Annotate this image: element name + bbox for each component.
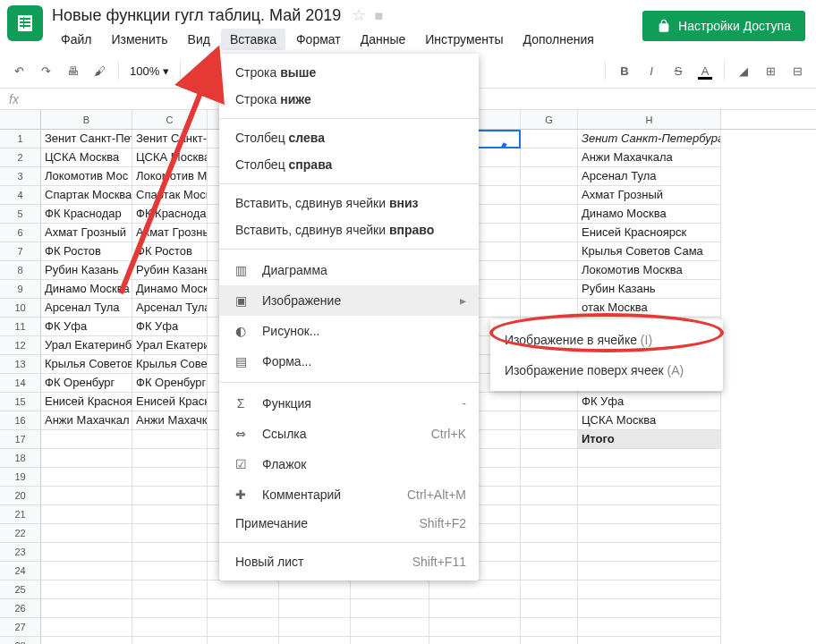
menu-file[interactable]: Файл [52,29,100,50]
redo-button[interactable]: ↷ [34,59,57,82]
print-button[interactable]: 🖶 [61,59,84,82]
cell[interactable] [429,580,521,599]
dd-col-right[interactable]: Столбец справа [219,151,479,178]
cell[interactable] [41,449,132,468]
cell[interactable]: Енисей Красноя [41,393,132,411]
cell[interactable]: Динамо Москва [578,205,721,224]
cell[interactable] [521,468,578,487]
cell[interactable] [41,505,132,524]
cell[interactable]: Урал Екатеринбу [41,336,132,355]
cell[interactable]: ФК Уфа [41,318,132,336]
cell[interactable] [521,430,578,449]
cell[interactable]: Рубин Казань [132,261,208,280]
cell[interactable] [521,543,578,562]
cell[interactable] [578,618,721,637]
cell[interactable]: Рубин Казань [578,280,721,299]
dd-chart[interactable]: ▥Диаграмма [219,255,479,285]
cell[interactable] [521,618,578,637]
cell[interactable] [41,468,132,487]
cell[interactable] [521,393,578,411]
cell[interactable] [279,618,351,637]
cell[interactable] [132,505,208,524]
cell[interactable] [578,543,721,562]
dd-comment[interactable]: ✚КомментарийCtrl+Alt+M [219,479,479,510]
row-header[interactable]: 3 [0,167,41,186]
dd-drawing[interactable]: ◐Рисунок... [219,316,479,346]
row-header[interactable]: 12 [0,336,41,355]
cell[interactable] [351,599,429,618]
row-header[interactable]: 27 [0,618,41,637]
cell[interactable] [41,618,132,637]
row-header[interactable]: 14 [0,374,41,393]
cell[interactable] [351,637,429,644]
cell[interactable]: Динамо Моск [132,280,208,299]
fill-color-button[interactable]: ◢ [732,59,755,82]
cell[interactable]: отак Москва [578,299,721,318]
cell[interactable]: Анжи Махачкал [41,411,132,430]
cell[interactable]: Локомотив М [132,167,208,186]
cell[interactable]: Локомотив Мос [41,167,132,186]
cell[interactable] [208,599,279,618]
cell[interactable] [578,637,721,644]
cell[interactable]: ЦСКА Москва [132,148,208,167]
cell[interactable]: ФК Уфа [132,318,208,336]
cell[interactable] [41,543,132,562]
menu-edit[interactable]: Изменить [102,29,176,50]
dd-link[interactable]: ⇔СсылкаCtrl+K [219,419,479,449]
menu-tools[interactable]: Инструменты [416,29,512,50]
dd-row-above[interactable]: Строка выше [219,59,479,86]
cell[interactable]: Итого [578,430,721,449]
cell[interactable] [279,637,351,644]
cell[interactable]: ФК Ростов [132,242,208,261]
cell[interactable]: Арсенал Тула [132,299,208,318]
row-header[interactable]: 22 [0,524,41,543]
cell[interactable] [208,580,279,599]
row-header[interactable]: 23 [0,543,41,562]
bold-button[interactable]: B [613,59,636,82]
strike-button[interactable]: S [667,59,690,82]
cell[interactable]: Анжи Махачк [132,411,208,430]
text-color-button[interactable]: A [693,59,717,82]
zoom-selector[interactable]: 100% ▾ [126,64,173,78]
dd-image[interactable]: ▣Изображение▸ [219,285,479,316]
cell[interactable] [521,205,578,224]
row-header[interactable]: 18 [0,449,41,468]
dd-row-below[interactable]: Строка ниже [219,86,479,113]
cell[interactable] [351,580,429,599]
borders-button[interactable]: ⊞ [759,59,782,82]
cell[interactable]: Динамо Москва [41,280,132,299]
star-icon[interactable]: ☆ [352,6,366,24]
dd-new-sheet[interactable]: Новый листShift+F11 [219,548,479,575]
cell[interactable]: Арсенал Тула [578,167,721,186]
cell[interactable] [132,468,208,487]
cell[interactable] [132,430,208,449]
row-header[interactable]: 4 [0,186,41,205]
menu-data[interactable]: Данные [352,29,415,50]
row-header[interactable]: 19 [0,468,41,487]
cell[interactable] [279,580,351,599]
cell[interactable]: Крылья Советов [41,355,132,374]
row-header[interactable]: 17 [0,430,41,449]
cell[interactable] [521,505,578,524]
cell[interactable] [132,562,208,580]
menu-addons[interactable]: Дополнения [514,29,603,50]
cell[interactable]: Зенит Санкт-Петербург [578,130,721,148]
cell[interactable] [351,618,429,637]
cell[interactable] [429,618,521,637]
col-header-i[interactable]: H [578,110,721,129]
select-all-corner[interactable] [0,110,41,129]
row-header[interactable]: 25 [0,580,41,599]
row-header[interactable]: 9 [0,280,41,299]
cell[interactable] [521,637,578,644]
cell[interactable]: ФК Краснодар [132,205,208,224]
cell[interactable] [578,449,721,468]
cell[interactable] [578,487,721,505]
row-header[interactable]: 28 [0,637,41,644]
row-header[interactable]: 5 [0,205,41,224]
cell[interactable] [132,487,208,505]
cell[interactable] [132,637,208,644]
cell[interactable]: Анжи Махачкала [578,148,721,167]
cell[interactable]: ЦСКА Москва [578,411,721,430]
cell[interactable]: Зенит Санкт-П [132,130,208,148]
cell[interactable] [521,524,578,543]
